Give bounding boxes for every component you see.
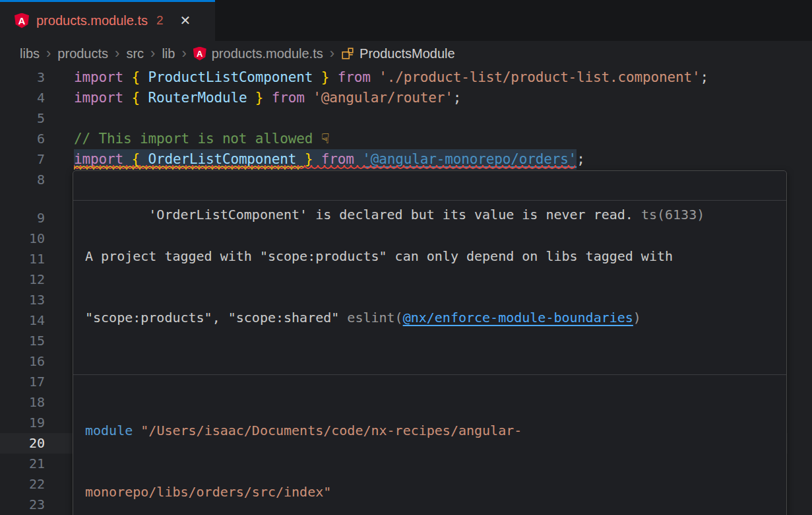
class-symbol-icon: [341, 47, 354, 60]
chevron-right-icon: ›: [45, 46, 52, 61]
breadcrumb-lib[interactable]: lib: [162, 46, 175, 61]
code-token: {: [131, 90, 148, 106]
line-number: 14: [0, 310, 45, 331]
line-number: 15: [0, 331, 45, 351]
hover-module-info: module "/Users/isaac/Documents/code/nx-r…: [73, 375, 786, 515]
hover-ts-error: 'OrderListComponent' is declared but its…: [73, 171, 786, 201]
chevron-right-icon: ›: [149, 46, 156, 61]
line-number: 16: [0, 351, 45, 372]
line-number: 4: [0, 88, 45, 108]
line-number: 21: [0, 454, 45, 474]
line-number: 6: [0, 129, 45, 149]
line-number: 19: [0, 413, 45, 433]
eslint-message-line1: A project tagged with "scope:products" c…: [85, 246, 774, 267]
line-number: 7: [0, 149, 45, 170]
code-token: from: [338, 69, 379, 85]
eslint-source-close: ): [633, 310, 641, 326]
breadcrumb-products[interactable]: products: [57, 46, 108, 61]
code-token: ;: [577, 151, 585, 167]
chevron-right-icon: ›: [328, 46, 336, 61]
line-number: 10: [0, 228, 45, 249]
code-token: ProductListComponent: [148, 69, 313, 85]
code-line[interactable]: // This import is not allowed ☟: [74, 129, 329, 149]
module-info-line1: module "/Users/isaac/Documents/code/nx-r…: [85, 421, 774, 441]
code-token: '@angular/router': [313, 90, 453, 106]
chevron-right-icon: ›: [113, 46, 121, 61]
breadcrumb-file[interactable]: products.module.ts: [212, 46, 323, 61]
vscode-window: A products.module.ts 2 ✕ libs › products…: [0, 0, 812, 515]
code-token: './product-list/product-list.component': [379, 69, 700, 85]
code-token: {: [131, 69, 148, 85]
module-path-line2: monorepo/libs/orders/src/index": [85, 484, 331, 500]
code-token: }: [247, 90, 271, 106]
ts-error-code: ts(6133): [633, 207, 704, 223]
angular-file-icon: A: [15, 13, 29, 28]
tab-products-module[interactable]: A products.module.ts 2 ✕: [0, 0, 215, 41]
line-number: 23: [0, 495, 45, 515]
line-number: 3: [0, 67, 45, 88]
line-number: 8: [0, 170, 45, 190]
code-token: }: [313, 69, 337, 85]
close-icon[interactable]: ✕: [180, 13, 191, 28]
module-keyword: module: [85, 423, 141, 438]
tab-title: products.module.ts: [36, 13, 148, 28]
code-token: from: [272, 90, 313, 106]
warning-squiggle: [74, 165, 303, 170]
code-token: import: [74, 69, 131, 85]
code-line[interactable]: import { RouterModule } from '@angular/r…: [74, 88, 461, 108]
code-token: import: [74, 90, 131, 106]
pointing-down-emoji: ☟: [321, 131, 330, 147]
code-token: ;: [453, 90, 462, 106]
angular-icon-letter: A: [18, 16, 26, 26]
breadcrumb-symbol[interactable]: ProductsModule: [359, 46, 455, 61]
module-info-line2: monorepo/libs/orders/src/index": [85, 482, 774, 502]
editor[interactable]: 34567891011121314151617181920212223 impo…: [0, 66, 812, 515]
code-line[interactable]: import { ProductListComponent } from './…: [74, 67, 708, 88]
eslint-message-line2: "scope:products", "scope:shared" eslint(…: [85, 308, 774, 328]
tab-bar: A products.module.ts 2 ✕: [0, 0, 812, 41]
breadcrumb-src[interactable]: src: [126, 46, 144, 61]
angular-icon-letter: A: [197, 50, 203, 58]
line-number: 9: [0, 208, 45, 228]
eslint-message-line2-text: "scope:products", "scope:shared": [85, 310, 347, 326]
error-hover-popup: 'OrderListComponent' is declared but its…: [73, 170, 787, 515]
breadcrumb: libs › products › src › lib › A products…: [0, 41, 812, 66]
line-number: 17: [0, 372, 45, 392]
eslint-source-open: eslint(: [347, 310, 402, 326]
angular-file-icon: A: [193, 47, 206, 61]
line-number: 18: [0, 392, 45, 413]
line-number: 11: [0, 249, 45, 269]
line-number: 12: [0, 269, 45, 290]
eslint-rule-link[interactable]: @nx/enforce-module-boundaries: [403, 310, 633, 326]
line-number: 5: [0, 108, 45, 129]
line-number: 13: [0, 290, 45, 310]
line-number: 22: [0, 474, 45, 495]
code-token: RouterModule: [148, 90, 247, 106]
code-token: ;: [701, 69, 709, 85]
breadcrumb-libs[interactable]: libs: [20, 46, 40, 61]
module-path-line1: "/Users/isaac/Documents/code/nx-recipes/…: [141, 423, 522, 438]
code-token: // This import is not allowed: [74, 131, 321, 147]
chevron-right-icon: ›: [180, 46, 187, 61]
tab-problems-badge: 2: [156, 13, 164, 28]
ts-error-message: 'OrderListComponent' is declared but its…: [148, 207, 633, 223]
